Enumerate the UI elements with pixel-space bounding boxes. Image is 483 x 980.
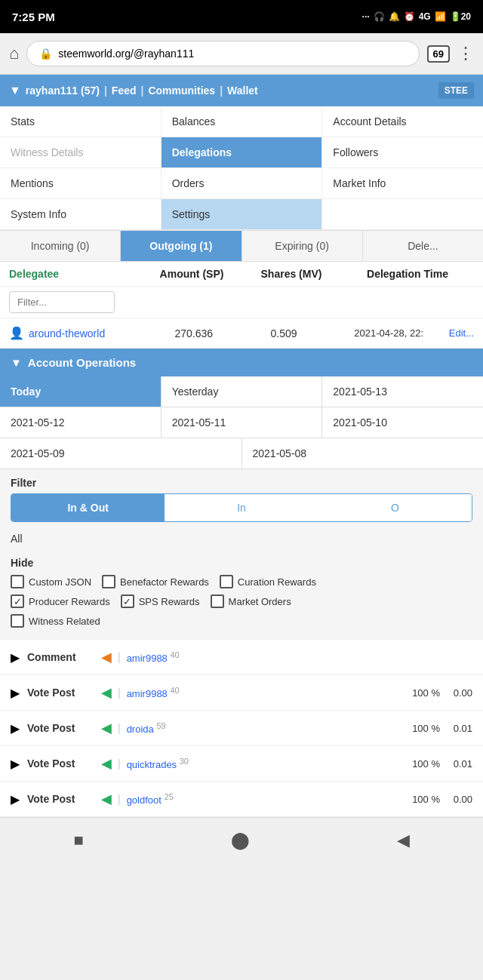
op-val-2: 0.01 <box>446 723 472 734</box>
hide-market-orders[interactable]: Market Orders <box>211 594 291 608</box>
op-row-2: ▶ Vote Post ◀ | droida 59 100 % 0.01 <box>0 711 483 746</box>
op-type-4: Vote Post <box>27 793 95 805</box>
stop-button[interactable]: ■ <box>73 831 83 850</box>
dropdown-arrow[interactable]: ▼ <box>9 84 21 97</box>
checkbox-witness-related[interactable] <box>11 614 24 628</box>
col-amount: Amount (SP) <box>142 268 242 280</box>
delegatee-link[interactable]: around-theworld <box>29 327 149 339</box>
expand-icon-1[interactable]: ▶ <box>11 686 20 700</box>
op-val-4: 0.00 <box>446 794 472 805</box>
time-cell: 2021-04-28, 22: <box>329 327 449 339</box>
expand-icon-4[interactable]: ▶ <box>11 792 20 806</box>
op-type-2: Vote Post <box>27 722 95 734</box>
edit-link[interactable]: Edit... <box>449 327 474 339</box>
expand-icon-3[interactable]: ▶ <box>11 757 20 771</box>
filter-tab-out[interactable]: O <box>318 494 472 521</box>
filter-section: Filter In & Out In O <box>0 469 483 527</box>
op-pct-4: 100 % <box>406 794 440 805</box>
op-user-4[interactable]: goldfoot 25 <box>127 792 174 806</box>
filter-tab-inout[interactable]: In & Out <box>11 494 165 521</box>
op-row-1: ▶ Vote Post ◀ | amir9988 40 100 % 0.00 <box>0 675 483 711</box>
hide-curation-rewards[interactable]: Curation Rewards <box>220 575 316 588</box>
menu-empty <box>322 199 483 229</box>
menu-row-4: System Info Settings <box>0 199 483 230</box>
op-icon-2: ◀ <box>101 720 112 736</box>
hide-benefactor-rewards[interactable]: Benefactor Rewards <box>102 575 209 588</box>
date-yesterday[interactable]: Yesterday <box>162 376 322 407</box>
nav-communities[interactable]: Communities <box>148 84 215 97</box>
date-d3[interactable]: 2021-05-11 <box>162 407 322 438</box>
hide-label: Hide <box>11 557 472 569</box>
menu-delegations[interactable]: Delegations <box>162 137 323 167</box>
alarm-icon: ⏰ <box>404 11 415 22</box>
menu-witness-details[interactable]: Witness Details <box>0 137 162 167</box>
op-icon-4: ◀ <box>101 791 112 807</box>
signal-icon: 4G <box>419 11 431 22</box>
menu-market-info[interactable]: Market Info <box>322 168 483 198</box>
menu-orders[interactable]: Orders <box>162 168 323 198</box>
nav-wallet[interactable]: Wallet <box>227 84 258 97</box>
section-arrow[interactable]: ▼ <box>11 356 22 369</box>
browser-bar: ⌂ 🔒 steemworld.org/@rayhan111 69 ⋮ <box>0 33 483 75</box>
bottom-nav: ■ ⬤ ◀ <box>0 817 483 862</box>
menu-followers[interactable]: Followers <box>322 137 483 167</box>
op-user-0[interactable]: amir9988 40 <box>127 650 180 664</box>
wifi-icon: 📶 <box>435 11 446 22</box>
expand-icon-0[interactable]: ▶ <box>11 650 20 665</box>
menu-stats[interactable]: Stats <box>0 106 162 137</box>
expand-icon-2[interactable]: ▶ <box>11 721 20 736</box>
col-delegatee: Delegatee <box>9 268 142 280</box>
section-title: Account Operations <box>28 356 136 369</box>
date-d2[interactable]: 2021-05-12 <box>0 407 161 438</box>
op-user-3[interactable]: quicktrades 30 <box>127 757 189 770</box>
date-d4[interactable]: 2021-05-10 <box>322 407 483 438</box>
op-pct-3: 100 % <box>406 758 440 770</box>
hide-producer-rewards[interactable]: ✓ Producer Rewards <box>11 594 110 608</box>
hide-custom-json[interactable]: Custom JSON <box>11 575 91 588</box>
tab-expiring[interactable]: Expiring (0) <box>242 231 363 261</box>
hide-sps-rewards[interactable]: ✓ SPS Rewards <box>121 594 200 608</box>
tab-dele[interactable]: Dele... <box>363 231 483 261</box>
menu-system-info[interactable]: System Info <box>0 199 162 229</box>
date-grid-row2: 2021-05-12 2021-05-11 2021-05-10 <box>0 407 483 438</box>
back-button[interactable]: ◀ <box>397 831 410 850</box>
op-icon-1: ◀ <box>101 684 112 701</box>
filter-tab-in[interactable]: In <box>165 494 318 521</box>
menu-balances[interactable]: Balances <box>162 106 323 137</box>
home-icon[interactable]: ⌂ <box>9 44 19 63</box>
tab-count[interactable]: 69 <box>427 45 450 63</box>
menu-account-details[interactable]: Account Details <box>322 106 483 137</box>
url-bar[interactable]: 🔒 steemworld.org/@rayhan111 <box>26 41 419 66</box>
checkbox-custom-json[interactable] <box>11 575 24 588</box>
checkbox-benefactor-rewards[interactable] <box>102 575 115 588</box>
op-row-3: ▶ Vote Post ◀ | quicktrades 30 100 % 0.0… <box>0 746 483 782</box>
time: 7:25 PM <box>12 11 55 23</box>
nav-feed[interactable]: Feed <box>112 84 137 97</box>
date-d5[interactable]: 2021-05-09 <box>0 438 242 468</box>
date-d6[interactable]: 2021-05-08 <box>242 438 484 468</box>
op-user-1[interactable]: amir9988 40 <box>127 686 180 699</box>
home-button[interactable]: ⬤ <box>231 831 250 850</box>
menu-settings[interactable]: Settings <box>162 199 323 229</box>
date-today[interactable]: Today <box>0 376 161 407</box>
tab-outgoing[interactable]: Outgoing (1) <box>121 231 242 261</box>
op-type-1: Vote Post <box>27 687 95 699</box>
hide-section: Hide Custom JSON Benefactor Rewards Cura… <box>0 551 483 640</box>
nav-username[interactable]: rayhan111 (57) <box>26 84 100 97</box>
op-type-0: Comment <box>27 651 95 663</box>
date-d1[interactable]: 2021-05-13 <box>322 376 483 407</box>
tab-incoming[interactable]: Incoming (0) <box>0 231 121 261</box>
menu-mentions[interactable]: Mentions <box>0 168 162 198</box>
more-icon[interactable]: ⋮ <box>457 44 474 63</box>
date-grid-row1: Today Yesterday 2021-05-13 <box>0 376 483 407</box>
hide-witness-related[interactable]: Witness Related <box>11 614 100 628</box>
date-grid-row3: 2021-05-09 2021-05-08 <box>0 438 483 469</box>
checkbox-curation-rewards[interactable] <box>220 575 233 588</box>
checkbox-sps-rewards[interactable]: ✓ <box>121 594 134 608</box>
checkbox-producer-rewards[interactable]: ✓ <box>11 594 24 608</box>
op-user-2[interactable]: droida 59 <box>127 721 166 735</box>
checkbox-market-orders[interactable] <box>211 594 224 608</box>
delegation-tabs: Incoming (0) Outgoing (1) Expiring (0) D… <box>0 231 483 262</box>
hide-row-2: ✓ Producer Rewards ✓ SPS Rewards Market … <box>11 594 472 608</box>
filter-input[interactable] <box>9 291 115 313</box>
